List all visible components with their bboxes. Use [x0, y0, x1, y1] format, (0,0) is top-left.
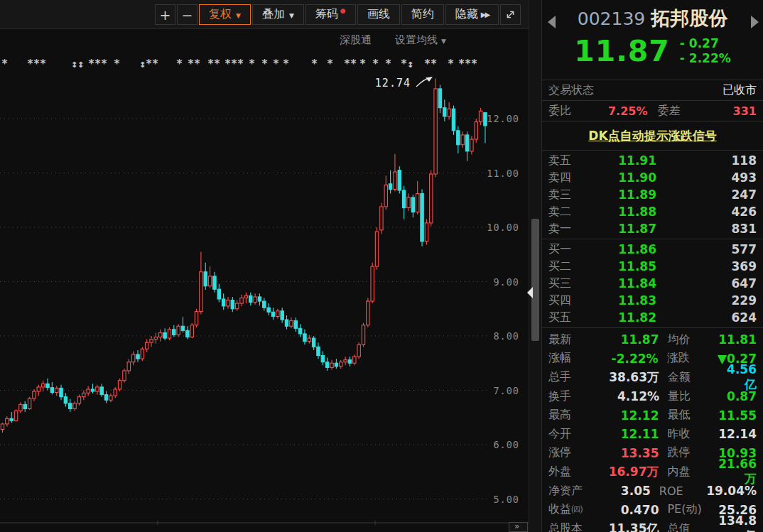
candlestick	[208, 276, 211, 286]
bid-row[interactable]: 买一11.86577	[548, 241, 757, 258]
toolbar-button-简约[interactable]: 简约	[401, 4, 444, 25]
candlestick	[411, 197, 414, 212]
stat-value: 12.12	[594, 408, 659, 423]
candlestick	[434, 89, 437, 174]
candlestick	[96, 387, 99, 391]
event-marker: ***	[224, 58, 244, 70]
stat-value: 3.05	[590, 484, 651, 498]
bid-row[interactable]: 买五11.82624	[548, 309, 757, 326]
level-label: 卖三	[548, 188, 581, 202]
candlestick	[402, 190, 405, 207]
candlestick	[163, 332, 166, 338]
candlestick	[348, 360, 351, 364]
candlestick	[258, 297, 261, 301]
stock-code: 002139	[578, 9, 645, 29]
stat-value: 0.470	[594, 503, 659, 517]
ma-setting-dropdown[interactable]: 设置均线▼	[395, 33, 446, 47]
ask-row[interactable]: 卖四11.90493	[548, 169, 757, 186]
candlestick	[10, 418, 13, 420]
event-marker: *	[372, 58, 379, 70]
candlestick	[19, 404, 22, 411]
candlestick	[104, 395, 107, 401]
candlestick	[222, 299, 224, 306]
stat-row: 最新11.87均价11.81	[548, 330, 757, 349]
axis-tick-label: 6.00	[493, 439, 519, 450]
kline-chart-pane[interactable]: 12.0011.0010.009.008.007.006.005.00****↕…	[0, 0, 529, 532]
fullscreen-button[interactable]	[500, 4, 521, 25]
dk-signal-link[interactable]: DK点自动提示涨跌信号	[588, 128, 716, 144]
toolbar-button-隐藏[interactable]: 隐藏▶▶	[445, 4, 499, 25]
toolbar-button-−[interactable]: −	[177, 4, 197, 25]
candlestick	[380, 207, 383, 230]
double-right-arrow-icon: ▶▶	[481, 11, 489, 18]
candlestick	[154, 337, 157, 340]
candlestick	[326, 362, 329, 368]
red-dot-badge: ●	[340, 7, 346, 14]
stat-row: 外盘16.97万内盘21.66万	[548, 462, 757, 482]
divider-scroll-thumb[interactable]	[531, 219, 539, 341]
ask-row[interactable]: 卖五11.91118	[548, 152, 757, 169]
bid-row[interactable]: 买四11.83229	[548, 292, 757, 309]
candlestick	[367, 301, 369, 325]
candlestick	[244, 295, 247, 298]
candlestick	[118, 381, 121, 389]
candlestick	[33, 391, 36, 398]
candlestick	[321, 356, 324, 362]
stat-label: PE(动)	[667, 502, 718, 517]
event-marker: ↕**	[139, 58, 158, 70]
candlestick	[353, 357, 356, 363]
candlestick	[335, 363, 337, 367]
candlestick	[438, 89, 441, 108]
stat-row: 总股本11.35亿总值134.8亿	[548, 519, 757, 532]
stat-value: 11.87	[594, 332, 659, 347]
candlestick	[123, 371, 126, 381]
candlestick	[204, 272, 207, 286]
trade-status-value: 已收市	[594, 83, 757, 98]
candlestick	[217, 289, 220, 299]
event-marker: **	[344, 58, 357, 70]
toolbar-button-叠加[interactable]: 叠加▼	[252, 4, 304, 25]
candlestick	[69, 403, 72, 409]
ask-row[interactable]: 卖三11.89247	[548, 186, 757, 203]
event-marker: **	[424, 58, 437, 70]
stat-label: 收益㈣	[548, 502, 594, 517]
candlestick	[60, 388, 63, 396]
toolbar-button-+[interactable]: +	[155, 4, 175, 25]
stat-value: 134.8亿	[718, 514, 757, 532]
event-marker: **	[207, 58, 220, 70]
market-tag-shenzhen-connect: 深股通	[340, 33, 372, 47]
expand-bottom-right-button[interactable]: »	[509, 522, 528, 532]
stat-label: 总股本	[548, 521, 594, 532]
level-label: 卖二	[548, 205, 581, 219]
bid-row[interactable]: 买二11.85369	[548, 258, 757, 275]
candlestick	[457, 131, 460, 145]
candlestick	[362, 325, 364, 345]
axis-tick-label: 11.00	[487, 168, 519, 179]
candlestick	[173, 330, 175, 335]
stat-row: 总手38.63万金额4.56亿	[548, 368, 757, 387]
collapse-arrow-icon[interactable]	[527, 287, 533, 298]
candlestick	[23, 404, 26, 408]
candlestick	[6, 418, 9, 424]
candlestick	[159, 332, 162, 337]
stat-label: 内盘	[667, 465, 718, 479]
stat-label: 最低	[667, 408, 718, 423]
event-marker: *	[327, 58, 333, 70]
event-marker: ***	[458, 58, 477, 70]
candlestick	[46, 384, 49, 387]
toolbar-button-画线[interactable]: 画线	[357, 4, 400, 25]
candlestick	[281, 311, 283, 320]
change-percent: - 2.22%	[680, 51, 731, 66]
level-label: 买二	[548, 259, 581, 274]
ask-row[interactable]: 卖二11.88426	[548, 203, 757, 220]
candlestick-chart[interactable]: 12.0011.0010.009.008.007.006.005.00****↕…	[0, 0, 529, 532]
stat-value: 0.87	[719, 389, 757, 403]
ask-row[interactable]: 卖一11.87831	[548, 220, 757, 237]
stat-value: 12.14	[718, 427, 757, 441]
bid-row[interactable]: 买三11.84647	[548, 275, 757, 292]
candlestick	[177, 326, 180, 335]
toolbar-button-筹码[interactable]: 筹码●	[305, 4, 356, 25]
price-change: - 0.27 - 2.22%	[680, 36, 731, 66]
toolbar-button-复权[interactable]: 复权▼	[199, 4, 251, 25]
candlestick	[267, 308, 270, 312]
